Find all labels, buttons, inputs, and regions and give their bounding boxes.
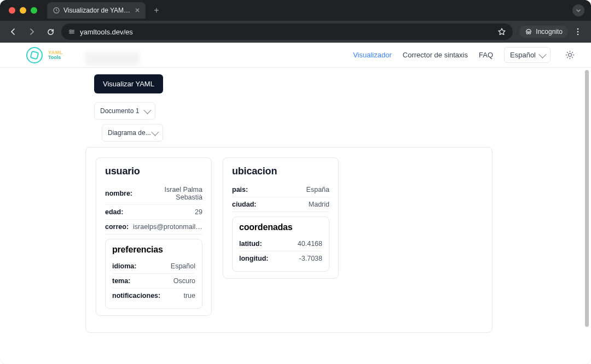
kv-key: edad: — [105, 208, 123, 216]
visualize-button[interactable]: Visualizar YAML — [94, 74, 163, 93]
tab-close-icon[interactable]: ✕ — [135, 7, 140, 14]
view-type-select-label: Diagrama de... — [108, 129, 151, 137]
chevron-down-icon — [151, 128, 159, 136]
fullscreen-window-icon[interactable] — [31, 7, 37, 14]
scrollbar-thumb[interactable] — [585, 70, 589, 327]
kv-key: nombre: — [105, 190, 132, 197]
card-title: usuario — [105, 166, 202, 177]
svg-line-16 — [567, 57, 567, 58]
svg-point-9 — [568, 54, 571, 57]
bookmark-star-icon[interactable] — [497, 27, 506, 36]
address-bar[interactable]: yamltools.dev/es — [61, 24, 513, 40]
svg-point-4 — [527, 32, 529, 34]
kv-key: correo: — [105, 223, 129, 231]
kv-row: pais: España — [232, 183, 329, 197]
kv-key: idioma: — [112, 262, 136, 270]
subcard-title: coordenadas — [239, 222, 322, 232]
browser-tab[interactable]: Visualizador de YAML - Ver y ✕ — [47, 2, 146, 19]
chevron-down-icon — [143, 107, 151, 114]
incognito-label: Incognito — [536, 28, 563, 36]
browser-menu-button[interactable] — [570, 24, 586, 39]
kv-value: Oscuro — [173, 277, 195, 285]
kv-value: Español — [171, 262, 195, 270]
kv-value: 40.4168 — [298, 240, 322, 248]
blurred-heading-placeholder — [85, 52, 140, 65]
view-type-select[interactable]: Diagrama de... — [102, 124, 163, 142]
brand-text[interactable]: YAML Tools — [48, 50, 63, 60]
minimize-window-icon[interactable] — [20, 7, 26, 14]
kv-value: España — [306, 186, 329, 193]
kv-row: longitud: -3.7038 — [239, 251, 322, 266]
sun-icon — [565, 50, 575, 60]
brand-line-2: Tools — [48, 55, 63, 60]
kv-key: notificaciones: — [112, 292, 160, 300]
subcard-coordenadas: coordenadas latitud: 40.4168 longitud: -… — [232, 216, 329, 272]
document-select[interactable]: Documento 1 — [94, 102, 155, 120]
subcard-title: preferencias — [112, 245, 195, 255]
kv-value: Madrid — [309, 201, 329, 208]
kv-row: tema: Oscuro — [112, 274, 195, 289]
vertical-scrollbar[interactable] — [584, 43, 590, 364]
svg-point-5 — [529, 32, 531, 34]
page-viewport: YAML Tools Visualizador Corrector de sin… — [0, 43, 591, 364]
incognito-indicator[interactable]: Incognito — [519, 26, 568, 38]
kv-key: ciudad: — [232, 201, 256, 208]
brand-logo-icon[interactable] — [26, 47, 43, 63]
new-tab-button[interactable]: + — [150, 4, 163, 17]
site-settings-icon[interactable] — [68, 28, 76, 36]
svg-point-2 — [72, 31, 73, 32]
site-header: YAML Tools Visualizador Corrector de sin… — [0, 43, 591, 68]
kv-row: nombre: Israel Palma Sebastià — [105, 183, 202, 205]
browser-chrome: Visualizador de YAML - Ver y ✕ + yamltoo… — [0, 0, 591, 43]
nav-visualizer[interactable]: Visualizador — [353, 51, 392, 59]
visualization-panel: usuario nombre: Israel Palma Sebastià ed… — [85, 147, 493, 333]
kv-row: ciudad: Madrid — [232, 197, 329, 212]
incognito-icon — [525, 28, 532, 36]
subcard-preferencias: preferencias idioma: Español tema: Oscur… — [105, 239, 202, 309]
card-title: ubicacion — [232, 166, 329, 177]
forward-button[interactable] — [24, 24, 39, 39]
svg-point-3 — [70, 33, 71, 34]
browser-toolbar: yamltools.dev/es Incognito — [0, 21, 591, 43]
card-ubicacion: ubicacion pais: España ciudad: Madrid co… — [223, 157, 339, 279]
svg-line-14 — [567, 52, 567, 52]
svg-point-7 — [577, 31, 579, 33]
window-controls[interactable] — [9, 7, 37, 14]
kv-value: Israel Palma Sebastià — [137, 186, 202, 201]
svg-point-6 — [577, 28, 579, 30]
nav-syntax-checker[interactable]: Corrector de sintaxis — [403, 51, 468, 59]
url-text: yamltools.dev/es — [80, 28, 133, 36]
language-select[interactable]: Español — [504, 47, 551, 63]
content-area: Visualizar YAML Documento 1 Diagrama de.… — [0, 68, 591, 333]
tab-title: Visualizador de YAML - Ver y — [63, 7, 131, 14]
tab-bar: Visualizador de YAML - Ver y ✕ + — [0, 0, 591, 21]
theme-toggle-button[interactable] — [561, 47, 578, 63]
close-window-icon[interactable] — [9, 7, 15, 14]
kv-value: -3.7038 — [299, 255, 322, 262]
back-button[interactable] — [5, 24, 21, 39]
kv-row: edad: 29 — [105, 205, 202, 220]
kv-key: pais: — [232, 186, 248, 193]
tab-favicon-icon — [53, 7, 60, 14]
main-nav: Visualizador Corrector de sintaxis FAQ E… — [353, 47, 578, 63]
reload-button[interactable] — [43, 24, 58, 39]
document-select-label: Documento 1 — [100, 107, 139, 115]
svg-point-8 — [577, 34, 579, 36]
kv-row: notificaciones: true — [112, 289, 195, 303]
kv-key: latitud: — [239, 240, 262, 248]
card-usuario: usuario nombre: Israel Palma Sebastià ed… — [96, 157, 212, 316]
svg-point-1 — [70, 30, 71, 31]
chevron-down-icon — [538, 50, 546, 58]
kv-value: israelps@protonmail.com — [133, 223, 202, 231]
window-expand-button[interactable] — [572, 4, 584, 16]
svg-line-17 — [572, 52, 572, 52]
language-select-label: Español — [510, 51, 536, 59]
kv-value: true — [183, 292, 195, 300]
kv-value: 29 — [195, 208, 202, 216]
nav-faq[interactable]: FAQ — [479, 51, 493, 59]
kv-row: idioma: Español — [112, 259, 195, 274]
kv-row: correo: israelps@protonmail.com — [105, 220, 202, 234]
kv-row: latitud: 40.4168 — [239, 237, 322, 251]
kv-key: longitud: — [239, 255, 268, 262]
svg-line-15 — [572, 57, 572, 58]
